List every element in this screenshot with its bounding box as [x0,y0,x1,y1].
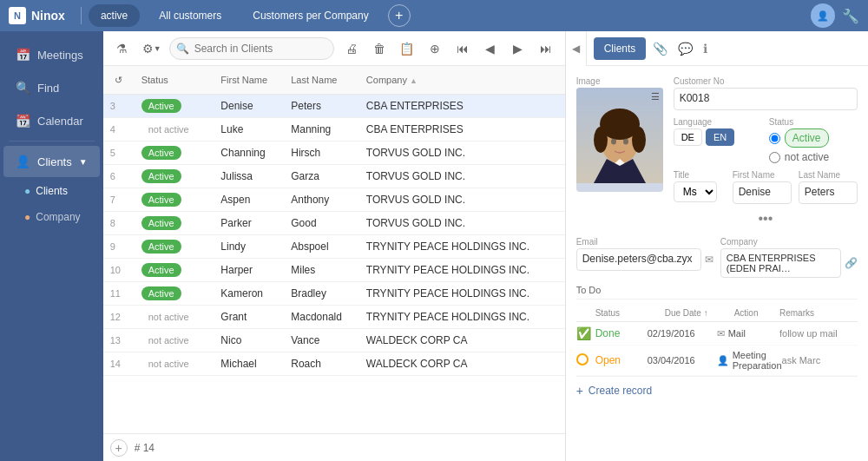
title-select[interactable]: Ms Mr Dr [674,181,717,202]
create-record-label: Create record [589,385,652,397]
table-row[interactable]: 13 not active Nico Vance WALDECK CORP CA [103,329,565,352]
more-fields-button[interactable]: ••• [674,211,858,227]
todo-row[interactable]: ✅ Done 02/19/2016 ✉ Mail follow up mail [576,322,858,346]
svg-point-6 [594,127,608,153]
first-name-value[interactable]: Denise [733,181,792,204]
sidebar-item-calendar[interactable]: 📆 Calendar [3,105,100,136]
todo-label: To Do [576,285,858,295]
table-row[interactable]: 12 not active Grant Macdonald TRYNITY PE… [103,306,565,329]
find-icon: 🔍 [16,81,30,95]
user-avatar[interactable]: 👤 [811,3,835,28]
detail-tabs: Clients 📎 💬 ℹ [587,31,868,66]
app-name: Ninox [31,9,65,23]
app-logo: N Ninox [9,7,65,24]
client-image[interactable]: ☰ [576,88,663,192]
status-active-option[interactable]: Active [769,128,858,148]
create-record-button[interactable]: + Create record [576,376,858,405]
collapse-button[interactable]: ◀ [566,31,587,66]
email-value[interactable]: Denise.peters@cba.zyx [576,248,701,271]
sidebar-item-meetings[interactable]: 📅 Meetings [3,39,100,70]
row-company: TORVUS GOLD INC. [359,188,565,212]
table-toolbar-actions: 🖨 🗑 📋 ⊕ ⏮ ◀ ▶ ⏭ [339,36,558,61]
table-row[interactable]: 8 Active Parker Good TORVUS GOLD INC. [103,212,565,235]
table-row[interactable]: 6 Active Julissa Garza TORVUS GOLD INC. [103,165,565,188]
main-layout: 📅 Meetings 🔍 Find 📆 Calendar 👤 Clients ▼… [0,31,868,461]
filter-button[interactable]: ⚗ [110,36,135,61]
add-record-button[interactable]: ⊕ [423,36,447,61]
col-status[interactable]: Status [135,66,214,95]
nav-last-button[interactable]: ⏭ [534,36,558,61]
status-active-radio[interactable] [769,133,780,144]
delete-button[interactable]: 🗑 [367,36,391,61]
detail-panel: ◀ Clients 📎 💬 ℹ Image ☰ [566,31,868,461]
company-label: Company [720,237,858,247]
sidebar-sub-company[interactable]: ● Company [12,204,103,230]
row-first-name: Parker [214,212,284,235]
company-wrapper: CBA ENTERPRISES (EDEN PRAI… 🔗 [720,248,858,278]
sidebar-item-find[interactable]: 🔍 Find [3,72,100,103]
meetings-icon: 📅 [16,48,30,62]
add-row-button[interactable]: + [110,439,128,457]
row-first-name: Kameron [214,282,284,306]
tab-customers-per-company[interactable]: Customers per Company [240,4,380,27]
table-row[interactable]: 7 Active Aspen Anthony TORVUS GOLD INC. [103,188,565,212]
col-company[interactable]: Company ▲ [359,66,565,95]
col-first-name[interactable]: First Name [214,66,284,95]
refresh-button[interactable]: ↺ [110,71,128,89]
settings-icon[interactable]: 🔧 [842,8,859,24]
tab-clients-detail[interactable]: Clients [594,37,647,60]
table-row[interactable]: 11 Active Kameron Bradley TRYNITY PEACE … [103,282,565,306]
table-row[interactable]: 9 Active Lindy Abspoel TRYNITY PEACE HOL… [103,235,565,259]
sidebar-item-clients[interactable]: 👤 Clients ▼ [3,146,100,177]
tab-all-customers[interactable]: All customers [147,4,233,27]
nav-prev-button[interactable]: ◀ [478,36,503,61]
col-last-name[interactable]: Last Name [284,66,359,95]
nav-first-button[interactable]: ⏮ [450,36,475,61]
company-value[interactable]: CBA ENTERPRISES (EDEN PRAI… [720,248,841,278]
status-label: Status [769,117,858,127]
email-company-group: Email Denise.peters@cba.zyx ✉ Company CB… [576,237,858,278]
row-last-name: Macdonald [284,306,359,329]
table-row[interactable]: 14 not active Michael Roach WALDECK CORP… [103,352,565,376]
external-link-icon[interactable]: 🔗 [845,257,858,269]
row-num: 6 [103,165,135,188]
image-menu-icon[interactable]: ☰ [651,91,660,102]
row-company: TRYNITY PEACE HOLDINGS INC. [359,282,565,306]
settings-button[interactable]: ⚙ ▼ [140,36,164,61]
status-not-active-radio[interactable] [769,152,780,163]
tab-comments[interactable]: 💬 [674,38,696,59]
todo-due-date: 03/04/2016 [648,355,717,366]
status-not-active-option[interactable]: not active [769,151,858,163]
status-badge: Active [141,146,181,160]
table-row[interactable]: 3 Active Denise Peters CBA ENTERPRISES [103,95,565,118]
tab-active[interactable]: active [89,4,140,27]
table-row[interactable]: 10 Active Harper Miles TRYNITY PEACE HOL… [103,259,565,282]
row-status: not active [135,352,214,376]
last-name-label: Last Name [799,170,858,180]
add-tab-button[interactable]: + [388,4,411,27]
nav-next-button[interactable]: ▶ [506,36,530,61]
status-badge: Active [141,216,181,230]
sidebar-sub-clients[interactable]: ● Clients [12,178,103,204]
copy-button[interactable]: 📋 [395,36,419,61]
tab-attachments[interactable]: 📎 [649,38,671,59]
row-company: TRYNITY PEACE HOLDINGS INC. [359,259,565,282]
todo-row[interactable]: Open 03/04/2016 👤 Meeting Preparation as… [576,346,858,376]
dot-icon: ● [24,185,30,197]
customer-no-value[interactable]: K0018 [674,88,858,110]
table-row[interactable]: 5 Active Channing Hirsch TORVUS GOLD INC… [103,142,565,165]
lang-en-button[interactable]: EN [706,128,734,146]
title-name-group: Title Ms Mr Dr First Name Denise [674,170,858,204]
tab-info[interactable]: ℹ [700,38,711,59]
search-input[interactable] [169,37,334,60]
todo-col-headers: Status Due Date ↑ Action Remarks [576,305,858,322]
language-field: Language DE EN [674,117,762,163]
row-status: Active [135,235,214,259]
table-row[interactable]: 4 not active Luke Manning CBA ENTERPRISE… [103,118,565,142]
detail-header: ◀ Clients 📎 💬 ℹ [566,31,868,66]
lang-de-button[interactable]: DE [674,128,702,146]
row-status: Active [135,188,214,212]
first-name-label: First Name [733,170,792,180]
print-button[interactable]: 🖨 [339,36,364,61]
last-name-value[interactable]: Peters [799,181,858,204]
